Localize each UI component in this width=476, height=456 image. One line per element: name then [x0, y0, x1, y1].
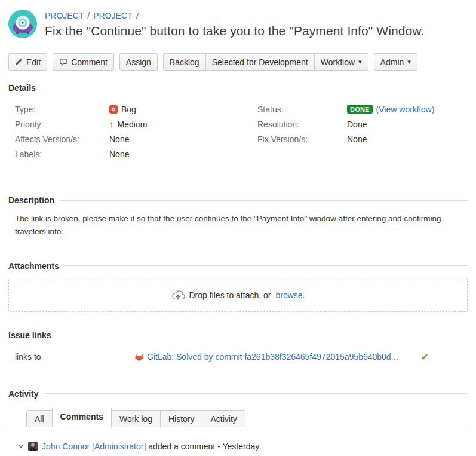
details-heading-label: Details — [8, 83, 36, 93]
bug-icon — [109, 105, 118, 114]
tab-all[interactable]: All — [26, 410, 53, 427]
comment-header: John Connor [Administrator] added a comm… — [18, 442, 468, 451]
toolbar: Edit Comment Assign Backlog Selected for… — [8, 53, 468, 71]
labels-value: None — [109, 149, 129, 159]
tab-comments[interactable]: Comments — [52, 408, 112, 427]
priority-medium-arrow-icon: ↑ — [109, 120, 114, 128]
heading-rule — [65, 265, 468, 266]
heading-rule — [44, 393, 468, 394]
type-value: Bug — [121, 105, 136, 114]
caret-down-icon: ▾ — [358, 59, 362, 65]
affects-version-row: Affects Version/s: None — [8, 131, 249, 146]
issue-header: PROJECT/PROJECT-7 Fix the "Continue" but… — [8, 10, 468, 38]
chevron-down-icon[interactable] — [18, 443, 24, 449]
description-text: The link is broken, please make it so th… — [15, 212, 468, 239]
browse-link[interactable]: browse. — [275, 290, 305, 300]
breadcrumb-project-link[interactable]: PROJECT — [45, 11, 84, 20]
status-badge: DONE — [347, 105, 373, 114]
comment-button-label: Comment — [71, 57, 108, 67]
activity-tabs: All Comments Work log History Activity — [8, 408, 468, 427]
tab-activity[interactable]: Activity — [202, 410, 245, 427]
breadcrumb: PROJECT/PROJECT-7 — [45, 11, 424, 20]
details-right-column: Status: DONE (View workflow) Resolution:… — [249, 102, 468, 161]
admin-button-label: Admin — [380, 57, 404, 67]
issue-links-heading: Issue links — [8, 330, 468, 340]
workflow-dropdown-button[interactable]: Workflow ▾ — [314, 53, 368, 71]
backlog-button-label: Backlog — [170, 57, 199, 67]
description-heading: Description — [8, 195, 468, 205]
breadcrumb-separator: / — [87, 11, 90, 20]
header-text: PROJECT/PROJECT-7 Fix the "Continue" but… — [45, 10, 424, 38]
issue-page: PROJECT/PROJECT-7 Fix the "Continue" but… — [0, 0, 476, 456]
workflow-button-label: Workflow — [321, 57, 355, 67]
labels-row: Labels: None — [8, 146, 249, 161]
type-row: Type: Bug — [8, 102, 249, 117]
comment-bubble-icon — [59, 58, 67, 66]
selected-for-development-label: Selected for Development — [212, 57, 308, 67]
page-title: Fix the "Continue" button to take you to… — [45, 24, 424, 38]
details-section: Details Type: Bug Priority: ↑ Medium — [8, 83, 468, 161]
heading-rule — [57, 335, 468, 335]
description-section: Description The link is broken, please m… — [8, 195, 468, 239]
check-icon: ✔ — [420, 351, 429, 363]
tab-history[interactable]: History — [160, 410, 203, 427]
link-relation-label: links to — [8, 352, 134, 362]
issue-links-heading-label: Issue links — [8, 330, 51, 340]
gitlab-commit-link[interactable]: GitLab: Solved by commit fa261b38f326465… — [147, 352, 398, 362]
labels-label: Labels: — [8, 149, 109, 159]
details-left-column: Type: Bug Priority: ↑ Medium Affects Ver… — [8, 102, 249, 161]
view-workflow-link[interactable]: (View workflow) — [376, 105, 435, 114]
assign-button-label: Assign — [126, 57, 151, 67]
heading-rule — [41, 88, 468, 88]
caret-down-icon: ▾ — [407, 59, 411, 65]
resolution-label: Resolution: — [249, 120, 347, 129]
breadcrumb-issue-link[interactable]: PROJECT-7 — [93, 11, 139, 20]
backlog-button[interactable]: Backlog — [163, 53, 206, 71]
admin-dropdown-button[interactable]: Admin ▾ — [374, 53, 417, 71]
activity-heading-label: Activity — [8, 389, 39, 399]
affects-version-value: None — [109, 134, 129, 144]
priority-value: Medium — [118, 120, 148, 129]
gitlab-icon — [134, 352, 144, 362]
attachments-heading-label: Attachments — [8, 261, 59, 271]
assign-button[interactable]: Assign — [119, 53, 158, 71]
heading-rule — [60, 200, 468, 201]
upload-cloud-icon — [171, 289, 185, 302]
details-heading: Details — [8, 83, 468, 93]
affects-version-label: Affects Version/s: — [8, 134, 109, 144]
activity-section: Activity All Comments Work log History A… — [8, 389, 468, 456]
attachment-dropzone[interactable]: Drop files to attach, or browse. — [8, 279, 468, 312]
edit-button-label: Edit — [26, 57, 41, 67]
attachments-heading: Attachments — [8, 261, 468, 271]
workflow-button-group: Backlog Selected for Development Workflo… — [163, 53, 368, 71]
fix-version-row: Fix Version/s: None — [249, 131, 468, 146]
description-heading-label: Description — [8, 195, 54, 205]
fix-version-label: Fix Version/s: — [249, 134, 347, 144]
attachments-section: Attachments Drop files to attach, or bro… — [8, 261, 468, 312]
resolution-value: Done — [347, 120, 367, 129]
status-row: Status: DONE (View workflow) — [249, 102, 468, 117]
selected-for-development-button[interactable]: Selected for Development — [205, 53, 315, 71]
pencil-icon — [15, 58, 23, 66]
comment-action-text: added a comment - Yesterday — [148, 442, 259, 451]
resolution-row: Resolution: Done — [249, 117, 468, 131]
dropzone-text: Drop files to attach, or — [189, 290, 271, 300]
status-label: Status: — [249, 105, 347, 114]
user-avatar — [28, 442, 38, 451]
activity-heading: Activity — [8, 389, 468, 399]
issue-links-section: Issue links links to GitLab: Solved by c… — [8, 330, 468, 363]
type-label: Type: — [8, 105, 109, 114]
project-avatar-icon — [8, 10, 37, 38]
fix-version-value: None — [347, 134, 367, 144]
edit-button[interactable]: Edit — [8, 53, 47, 71]
tab-work-log[interactable]: Work log — [111, 410, 161, 427]
comment-button[interactable]: Comment — [53, 53, 114, 71]
priority-label: Priority: — [8, 120, 109, 129]
comment-author-link[interactable]: John Connor [Administrator] — [42, 442, 146, 451]
issue-link-row: links to GitLab: Solved by commit fa261b… — [8, 351, 468, 363]
priority-row: Priority: ↑ Medium — [8, 117, 249, 131]
